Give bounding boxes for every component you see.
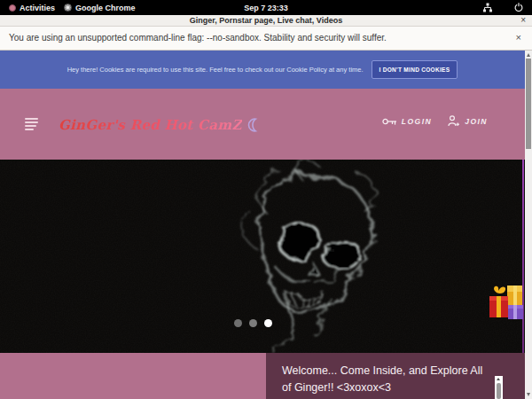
window-title: Ginger, Pornstar page, Live chat, Videos [0,15,532,27]
flag-warning-close-button[interactable]: × [516,27,521,50]
gifts-widget[interactable] [488,282,525,326]
flag-warning-message: You are using an unsupported command-lin… [9,27,387,50]
site-logo[interactable]: GinGer's Red Hot CamZ [59,113,261,137]
welcome-scrollbar[interactable] [495,376,503,399]
user-add-icon [448,115,460,127]
header-actions: LOGIN JOIN [382,115,488,127]
power-menu-button[interactable] [514,0,523,15]
carousel-dot[interactable] [264,319,272,327]
power-icon [514,3,523,12]
network-status-button[interactable] [482,0,493,15]
join-label: JOIN [465,117,488,126]
scrollbar-up-arrow-icon[interactable] [527,53,530,57]
cookie-message: Hey there! Cookies are required to use t… [67,66,364,74]
logo-text: GinGer's Red Hot CamZ [59,117,242,133]
browser-titlebar: Ginger, Pornstar page, Live chat, Videos… [0,15,532,27]
login-button[interactable]: LOGIN [382,117,432,126]
scrollbar-down-arrow-icon[interactable] [527,393,530,396]
site-header: GinGer's Red Hot CamZ LOGIN [0,89,525,160]
gnome-top-bar: Activities Google Chrome Sep 7 23:33 [0,0,532,15]
carousel-dot[interactable] [249,319,257,327]
browser-scrollbar-thumb[interactable] [526,59,531,149]
flag-warning-bar: You are using an unsupported command-lin… [0,27,532,51]
scroll-up-arrow-icon[interactable] [497,378,500,380]
window-close-button[interactable]: × [520,15,526,27]
browser-scrollbar[interactable] [525,51,532,399]
gift-icon [488,282,525,323]
welcome-panel: Welcome... Come Inside, and Explore All … [266,353,525,399]
join-button[interactable]: JOIN [448,115,488,127]
welcome-text: Welcome... Come Inside, and Explore All … [282,363,488,396]
login-label: LOGIN [402,117,432,126]
network-icon [482,3,493,12]
cookie-banner: Hey there! Cookies are required to use t… [0,51,525,89]
key-icon [382,117,397,126]
moon-icon [246,118,261,132]
hamburger-menu-icon[interactable] [25,118,39,130]
carousel-dots [234,319,272,327]
clock-button[interactable]: Sep 7 23:33 [0,0,532,15]
clock-label: Sep 7 23:33 [244,4,288,12]
accept-cookies-button[interactable]: I DON'T MIND COOKIES [372,60,458,79]
hero-slider [0,160,525,353]
carousel-dot[interactable] [234,319,242,327]
screen: Activities Google Chrome Sep 7 23:33 Gin [0,0,532,399]
welcome-scrollbar-thumb[interactable] [497,383,501,399]
